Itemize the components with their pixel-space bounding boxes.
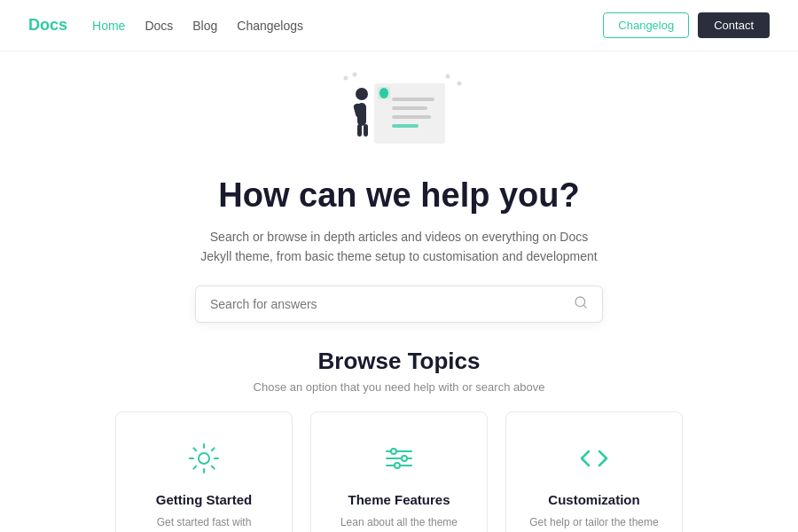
contact-button[interactable]: Contact (698, 12, 770, 38)
nav-link-docs[interactable]: Docs (145, 19, 173, 33)
svg-point-24 (395, 463, 400, 468)
logo-text: Docs (28, 16, 67, 34)
search-bar (195, 286, 603, 323)
card-theme-features-desc: Lean about all the theme options, featur… (332, 514, 466, 532)
nav-right: Changelog Contact (603, 12, 770, 38)
navbar: Docs Home Docs Blog Changelogs Changelog… (0, 0, 798, 51)
changelog-button[interactable]: Changelog (603, 12, 689, 38)
card-customization-title: Customization (548, 492, 639, 507)
card-customization-desc: Get help or tailor the theme to your spe… (528, 514, 661, 532)
browse-heading: Browse Topics (53, 348, 745, 375)
card-getting-started[interactable]: Getting Started Get started fast with in… (115, 411, 293, 532)
svg-point-2 (446, 74, 450, 79)
svg-rect-14 (357, 124, 362, 137)
card-getting-started-title: Getting Started (156, 492, 252, 507)
gear-icon (183, 437, 225, 480)
nav-left: Docs Home Docs Blog Changelogs (28, 16, 303, 35)
svg-line-17 (583, 305, 586, 308)
card-customization[interactable]: Customization Get help or tailor the the… (505, 411, 683, 532)
hero-illustration (328, 67, 470, 165)
card-theme-features-title: Theme Features (348, 492, 450, 507)
nav-item-home[interactable]: Home (92, 18, 125, 34)
svg-rect-5 (392, 98, 434, 101)
nav-item-blog[interactable]: Blog (192, 18, 217, 34)
nav-item-docs[interactable]: Docs (145, 18, 173, 34)
hero-heading: How can we help you? (218, 176, 580, 216)
svg-point-18 (199, 453, 209, 464)
nav-item-changelogs[interactable]: Changelogs (237, 18, 303, 34)
hero-section: How can we help you? Search or browse in… (0, 51, 798, 323)
svg-point-10 (379, 88, 388, 98)
svg-point-11 (356, 88, 368, 100)
svg-rect-8 (392, 124, 419, 128)
card-theme-features[interactable]: Theme Features Lean about all the theme … (310, 411, 488, 532)
svg-point-23 (402, 456, 407, 461)
svg-point-22 (391, 449, 396, 454)
svg-point-3 (458, 82, 462, 86)
svg-rect-15 (364, 124, 368, 137)
nav-link-home[interactable]: Home (92, 19, 125, 33)
search-input[interactable] (210, 297, 574, 311)
browse-subtitle: Chose an option that you need help with … (53, 380, 745, 394)
search-icon (574, 295, 588, 313)
svg-point-1 (353, 73, 357, 77)
svg-rect-7 (392, 115, 431, 119)
svg-rect-6 (392, 106, 427, 110)
browse-section: Browse Topics Chose an option that you n… (0, 323, 798, 532)
nav-links: Home Docs Blog Changelogs (92, 18, 303, 34)
code-icon (573, 437, 615, 480)
svg-point-0 (344, 76, 348, 81)
hero-description: Search or browse in depth articles and v… (195, 227, 603, 267)
cards-container: Getting Started Get started fast with in… (53, 411, 745, 532)
sliders-icon (378, 437, 420, 480)
nav-link-blog[interactable]: Blog (192, 19, 217, 33)
logo[interactable]: Docs (28, 16, 67, 35)
card-getting-started-desc: Get started fast with installation and t… (137, 514, 270, 532)
nav-link-changelogs[interactable]: Changelogs (237, 19, 303, 33)
